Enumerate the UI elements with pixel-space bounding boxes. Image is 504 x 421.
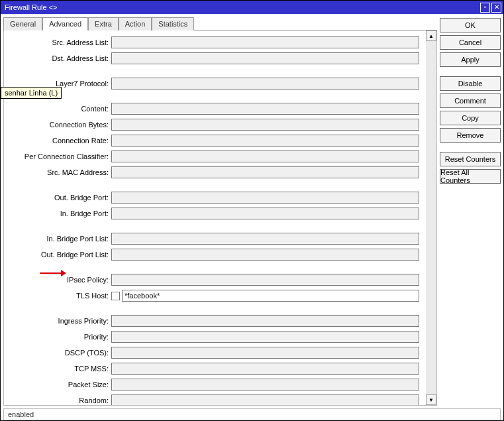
scrollbar[interactable]: ▲ ▼	[426, 30, 436, 405]
label-conn-bytes: Connection Bytes:	[7, 121, 111, 129]
out-bridge-port-input[interactable]	[111, 192, 419, 204]
titlebar: Firewall Rule <> ▫ ✕	[1, 1, 503, 14]
label-in-bridge-port-list: In. Bridge Port List:	[7, 235, 111, 243]
window-title: Firewall Rule <>	[5, 3, 57, 11]
reset-counters-button[interactable]: Reset Counters	[440, 152, 501, 166]
label-out-bridge-port-list: Out. Bridge Port List:	[7, 251, 111, 259]
label-src-mac: Src. MAC Address:	[7, 168, 111, 176]
ingress-priority-input[interactable]	[111, 315, 419, 327]
in-bridge-port-list-input[interactable]	[111, 233, 419, 245]
priority-input[interactable]	[111, 331, 419, 343]
label-ingress-priority: Ingress Priority:	[7, 317, 111, 325]
ok-button[interactable]: OK	[440, 18, 501, 32]
content-input[interactable]	[111, 103, 419, 115]
status-bar: enabled	[3, 408, 501, 420]
label-conn-rate: Connection Rate:	[7, 137, 111, 145]
connection-bytes-input[interactable]	[111, 119, 419, 131]
label-packet-size: Packet Size:	[7, 381, 111, 389]
disable-button[interactable]: Disable	[440, 76, 501, 91]
label-per-conn-class: Per Connection Classifier:	[7, 152, 111, 160]
tab-general[interactable]: General	[3, 17, 42, 30]
cancel-button[interactable]: Cancel	[440, 35, 501, 50]
reset-all-counters-button[interactable]: Reset All Counters	[440, 169, 501, 184]
comment-button[interactable]: Comment	[440, 93, 501, 108]
label-random: Random:	[7, 396, 111, 404]
scroll-track[interactable]	[426, 41, 436, 394]
tls-host-input[interactable]	[122, 290, 419, 302]
scroll-down-button[interactable]: ▼	[426, 394, 436, 405]
copy-button[interactable]: Copy	[440, 111, 501, 125]
tab-statistics[interactable]: Statistics	[152, 17, 194, 30]
packet-size-input[interactable]	[111, 379, 419, 391]
tab-action[interactable]: Action	[119, 17, 152, 30]
label-src-addr-list: Src. Address List:	[7, 38, 111, 46]
status-text: enabled	[8, 410, 34, 418]
layer7-protocol-input[interactable]	[111, 78, 419, 90]
per-connection-classifier-input[interactable]	[111, 150, 419, 162]
in-bridge-port-input[interactable]	[111, 208, 419, 219]
tls-host-invert-checkbox[interactable]	[111, 292, 120, 300]
src-address-list-input[interactable]	[111, 36, 419, 48]
tooltip: senhar Linha (L)	[1, 87, 62, 99]
label-dscp: DSCP (TOS):	[7, 349, 111, 357]
dst-address-list-input[interactable]	[111, 52, 419, 64]
scroll-up-button[interactable]: ▲	[426, 30, 436, 41]
label-out-bridge-port: Out. Bridge Port:	[7, 194, 111, 202]
close-button[interactable]: ✕	[491, 3, 501, 13]
label-priority: Priority:	[7, 333, 111, 341]
label-tcp-mss: TCP MSS:	[7, 365, 111, 373]
dscp-input[interactable]	[111, 347, 419, 359]
minimize-button[interactable]: ▫	[480, 3, 490, 13]
label-ipsec-policy: IPsec Policy:	[7, 276, 111, 284]
label-tls-host: TLS Host:	[7, 292, 111, 300]
remove-button[interactable]: Remove	[440, 128, 501, 143]
ipsec-policy-input[interactable]	[111, 274, 419, 286]
apply-button[interactable]: Apply	[440, 52, 501, 67]
label-dst-addr-list: Dst. Address List:	[7, 54, 111, 62]
tcp-mss-input[interactable]	[111, 363, 419, 375]
connection-rate-input[interactable]	[111, 135, 419, 147]
tabs: General Advanced Extra Action Statistics	[3, 17, 437, 30]
random-input[interactable]	[111, 394, 419, 406]
out-bridge-port-list-input[interactable]	[111, 249, 419, 261]
label-in-bridge-port: In. Bridge Port:	[7, 210, 111, 217]
tab-advanced[interactable]: Advanced	[42, 17, 88, 30]
src-mac-input[interactable]	[111, 166, 419, 178]
label-content: Content:	[7, 105, 111, 113]
tab-extra[interactable]: Extra	[88, 17, 119, 30]
form-panel: Src. Address List: ▼ Dst. Address List: …	[3, 30, 437, 406]
